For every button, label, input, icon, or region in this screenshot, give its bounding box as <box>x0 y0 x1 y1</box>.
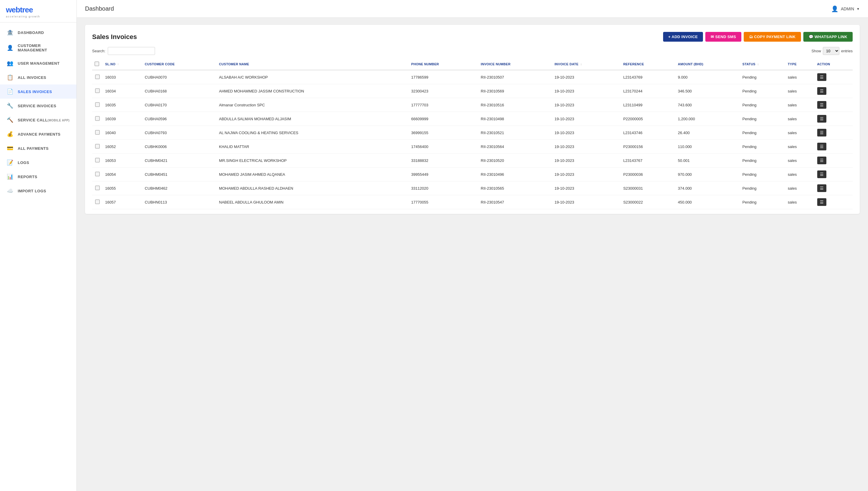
row-checkbox[interactable] <box>95 130 100 135</box>
sidebar-item-dashboard[interactable]: 🏦 Dashboard <box>0 25 76 39</box>
table-row: 16039 CUBHA0596 ABDULLA SALMAN MOHAMED A… <box>92 112 852 126</box>
add-invoice-button[interactable]: + Add Invoice <box>663 32 703 42</box>
row-checkbox[interactable] <box>95 75 100 79</box>
cell-code: CUBHK0006 <box>142 140 216 154</box>
whatsapp-link-button[interactable]: 💬 WhatsApp Link <box>803 32 852 42</box>
cell-amount: 970.000 <box>676 168 740 181</box>
cell-ref: P22000005 <box>621 112 676 126</box>
header-invoice-date[interactable]: INVOICE DATE ↕ <box>552 58 621 70</box>
row-checkbox-cell <box>92 112 103 126</box>
cell-slno: 16052 <box>103 140 142 154</box>
row-checkbox[interactable] <box>95 185 100 190</box>
cell-invoice: RII-23010564 <box>478 140 552 154</box>
row-checkbox[interactable] <box>95 158 100 163</box>
cell-phone: 32300423 <box>409 84 478 98</box>
cell-name: ALSABAH A/C WORKSHOP <box>217 70 409 84</box>
sidebar-item-advance-payments[interactable]: 💰 Advance Payments <box>0 127 76 141</box>
main-content: Sales Invoices + Add Invoice ✉ Send SMS … <box>77 18 868 491</box>
cell-slno: 16055 <box>103 181 142 195</box>
cell-slno: 16053 <box>103 154 142 168</box>
row-checkbox[interactable] <box>95 144 100 149</box>
cell-phone: 33112020 <box>409 181 478 195</box>
dashboard-icon: 🏦 <box>6 29 13 36</box>
cell-amount: 110.000 <box>676 140 740 154</box>
cell-action: ☰ <box>815 112 852 126</box>
cell-status: Pending <box>740 195 786 209</box>
row-action-button[interactable]: ☰ <box>817 184 826 192</box>
page-title: Sales Invoices <box>92 33 137 41</box>
row-checkbox-cell <box>92 181 103 195</box>
advance-payments-icon: 💰 <box>6 131 13 137</box>
row-checkbox[interactable] <box>95 172 100 176</box>
row-action-button[interactable]: ☰ <box>817 170 826 178</box>
cell-ref: S23000022 <box>621 195 676 209</box>
row-checkbox[interactable] <box>95 116 100 121</box>
header-slno[interactable]: SL.NO ↑ <box>103 58 142 70</box>
cell-status: Pending <box>740 140 786 154</box>
table-row: 16033 CUBHA0070 ALSABAH A/C WORKSHOP 177… <box>92 70 852 84</box>
row-action-button[interactable]: ☰ <box>817 73 826 81</box>
select-all-checkbox[interactable] <box>94 61 99 66</box>
cell-date: 19-10-2023 <box>552 181 621 195</box>
cell-action: ☰ <box>815 84 852 98</box>
cell-status: Pending <box>740 84 786 98</box>
cell-status: Pending <box>740 154 786 168</box>
cell-ref: P23000156 <box>621 140 676 154</box>
customer-management-icon: 👤 <box>6 45 13 51</box>
cell-slno: 16039 <box>103 112 142 126</box>
cell-code: CUBHM0451 <box>142 168 216 181</box>
sidebar-label-dashboard: Dashboard <box>18 30 70 35</box>
row-action-button[interactable]: ☰ <box>817 156 826 164</box>
row-checkbox-cell <box>92 70 103 84</box>
header-checkbox-cell <box>92 58 103 70</box>
row-action-button[interactable]: ☰ <box>817 87 826 95</box>
sidebar-label-reports: Reports <box>18 175 70 179</box>
all-invoices-icon: 📋 <box>6 74 13 81</box>
sidebar-item-service-invoices[interactable]: 🔧 Service Invoices <box>0 99 76 113</box>
cell-date: 19-10-2023 <box>552 140 621 154</box>
search-input[interactable] <box>108 47 155 55</box>
sidebar-item-import-logs[interactable]: ☁️ Import Logs <box>0 184 76 198</box>
sidebar-item-user-management[interactable]: 👥 User Management <box>0 56 76 70</box>
row-checkbox-cell <box>92 195 103 209</box>
sidebar-label-customer-management: Customer Management <box>18 44 70 52</box>
sidebar-item-customer-management[interactable]: 👤 Customer Management <box>0 39 76 56</box>
cell-ref: L23143767 <box>621 154 676 168</box>
sidebar-item-logs[interactable]: 📝 Logs <box>0 155 76 170</box>
row-checkbox[interactable] <box>95 88 100 93</box>
send-sms-button[interactable]: ✉ Send SMS <box>705 32 741 42</box>
entries-select[interactable]: 10 25 50 100 <box>823 47 839 55</box>
row-action-button[interactable]: ☰ <box>817 198 826 206</box>
user-management-icon: 👥 <box>6 60 13 66</box>
sidebar-item-sales-invoices[interactable]: 📄 Sales Invoices <box>0 85 76 99</box>
sidebar-label-import-logs: Import Logs <box>18 189 70 193</box>
row-action-button[interactable]: ☰ <box>817 129 826 137</box>
cell-phone: 66609999 <box>409 112 478 126</box>
row-action-button[interactable]: ☰ <box>817 101 826 109</box>
topbar-user[interactable]: 👤 ADMIN ▼ <box>831 5 860 12</box>
sidebar-item-reports[interactable]: 📊 Reports <box>0 170 76 184</box>
cell-code: CUBHA0170 <box>142 98 216 112</box>
row-checkbox[interactable] <box>95 199 100 204</box>
cell-date: 19-10-2023 <box>552 112 621 126</box>
header-status[interactable]: STATUS ↕ <box>740 58 786 70</box>
table-row: 16035 CUBHA0170 Almanar Construction SPC… <box>92 98 852 112</box>
row-action-button[interactable]: ☰ <box>817 115 826 123</box>
sidebar-item-all-invoices[interactable]: 📋 All Invoices <box>0 70 76 85</box>
row-action-button[interactable]: ☰ <box>817 143 826 150</box>
copy-payment-link-button[interactable]: 🗂 Copy Payment Link <box>744 32 801 42</box>
sidebar-item-all-payments[interactable]: 💳 All Payments <box>0 141 76 155</box>
cell-status: Pending <box>740 168 786 181</box>
header-amount: AMOUNT (BHD) <box>676 58 740 70</box>
row-checkbox[interactable] <box>95 102 100 107</box>
cell-type: sales <box>785 140 814 154</box>
cell-amount: 26.400 <box>676 126 740 140</box>
cell-name: ABDULLA SALMAN MOHAMED ALJASIM <box>217 112 409 126</box>
sidebar: webtree accelerating growth 🏦 Dashboard … <box>0 0 77 491</box>
cell-slno: 16040 <box>103 126 142 140</box>
cell-ref: L23143746 <box>621 126 676 140</box>
cell-date: 19-10-2023 <box>552 154 621 168</box>
row-checkbox-cell <box>92 154 103 168</box>
table-row: 16057 CUBHN0113 NABEEL ABDULLA GHULOOM A… <box>92 195 852 209</box>
sidebar-item-service-call[interactable]: 🔨 Service Call(Mobile App) <box>0 113 76 127</box>
